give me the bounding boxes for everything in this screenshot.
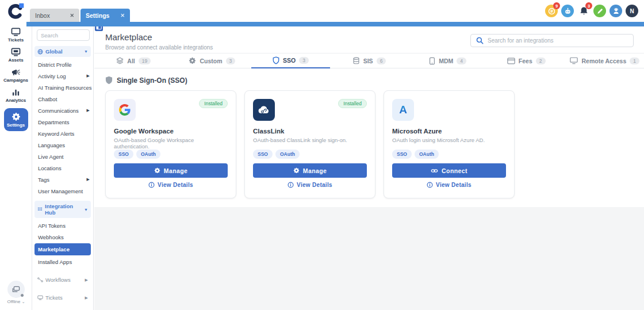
- coins-icon[interactable]: 9: [545, 5, 558, 17]
- sidebar-item-communications[interactable]: Communications▶: [32, 105, 93, 116]
- manage-button[interactable]: Manage: [253, 163, 367, 178]
- chevron-right-icon: ▶: [87, 177, 90, 182]
- section-label: Workflows: [45, 277, 83, 283]
- shield-icon: [273, 56, 279, 64]
- classlink-logo-icon: [253, 99, 275, 121]
- sidebar-search-input[interactable]: [37, 29, 90, 41]
- rail-item-tickets[interactable]: Tickets: [1, 28, 31, 43]
- info-icon: [288, 182, 294, 188]
- google-logo-icon: [114, 99, 136, 121]
- sidebar-item-locations[interactable]: Locations: [32, 162, 93, 174]
- sso-section-title: Single Sign-On (SSO): [105, 76, 187, 85]
- gear-icon: [189, 57, 196, 64]
- integration-search[interactable]: [470, 34, 634, 47]
- link-icon: [431, 168, 438, 174]
- tab-count: 1: [630, 58, 639, 64]
- sidebar-item-keyword-alerts[interactable]: Keyword Alerts: [32, 128, 93, 139]
- window-tabs: Inbox ✕ Settings ✕: [30, 9, 130, 22]
- bar-chart-icon: [12, 88, 20, 97]
- sidebar-item-district-profile[interactable]: District Profile: [32, 59, 93, 70]
- shield-icon: [105, 76, 113, 85]
- rail-item-campaigns[interactable]: Campaigns: [1, 68, 31, 83]
- view-details-link[interactable]: View Details: [245, 182, 375, 188]
- card-title: ClassLink: [253, 128, 367, 135]
- rail-item-analytics[interactable]: Analytics: [1, 88, 31, 103]
- chat-bubble-icon: [7, 281, 25, 298]
- section-label: Tickets: [45, 294, 83, 301]
- card-tags: SSO OAuth: [114, 150, 160, 159]
- integration-search-input[interactable]: [488, 37, 628, 44]
- card-description: OAuth-based ClassLink single sign-on.: [253, 137, 367, 143]
- installed-badge: Installed: [199, 99, 228, 108]
- sidebar-item-ai-training-resources[interactable]: AI Training Resources: [32, 82, 93, 93]
- rail-label: Campaigns: [3, 78, 28, 83]
- section-label: Integration Hub: [45, 203, 82, 216]
- avatar-initial: N: [630, 8, 634, 14]
- card-title: Google Workspace: [114, 128, 228, 135]
- rail-item-assets[interactable]: Assets: [1, 48, 31, 63]
- tab-settings-label: Settings: [86, 12, 109, 19]
- rail-label: Analytics: [6, 98, 26, 103]
- sidebar-item-marketplace[interactable]: Marketplace: [34, 243, 91, 255]
- monitor-icon: [11, 28, 21, 36]
- tab-mdm[interactable]: MDM4: [408, 53, 487, 68]
- close-icon[interactable]: ✕: [70, 13, 74, 18]
- tab-inbox[interactable]: Inbox ✕: [30, 9, 79, 22]
- close-icon[interactable]: ✕: [120, 13, 125, 18]
- tab-fees[interactable]: Fees2: [487, 53, 566, 68]
- section-integration-hub[interactable]: Integration Hub ▼: [34, 201, 91, 218]
- topbar-icon-group: 9 3 N: [545, 5, 638, 17]
- notifications-bell-icon[interactable]: 3: [577, 5, 590, 17]
- monitor-icon: [570, 57, 578, 64]
- rail-item-settings[interactable]: Settings: [4, 108, 28, 131]
- section-tickets[interactable]: Tickets ▶: [34, 292, 91, 303]
- grid-icon: [37, 207, 43, 212]
- tab-count: 6: [377, 58, 386, 64]
- sidebar-item-languages[interactable]: Languages: [32, 139, 93, 151]
- sidebar-item-departments[interactable]: Departments: [32, 116, 93, 128]
- section-workflows[interactable]: Workflows ▶: [34, 274, 91, 285]
- connect-button[interactable]: Connect: [392, 163, 506, 178]
- tab-sso[interactable]: SSO3: [251, 53, 330, 68]
- chevron-down-icon: ▼: [84, 208, 88, 212]
- tab-sis[interactable]: SIS6: [330, 53, 409, 68]
- compose-pencil-icon[interactable]: [593, 5, 606, 17]
- globe-icon: [37, 49, 43, 55]
- chevron-down-icon: ⌄: [22, 300, 25, 304]
- sidebar-item-live-agent[interactable]: Live Agent: [32, 151, 93, 162]
- chevron-down-icon: ▼: [84, 49, 88, 53]
- card-tags: SSO OAuth: [392, 150, 439, 159]
- sidebar-item-chatbot[interactable]: Chatbot: [32, 93, 93, 105]
- view-details-link[interactable]: View Details: [384, 182, 514, 188]
- rail-label: Assets: [8, 58, 23, 63]
- sidebar-item-api-tokens[interactable]: API Tokens: [32, 220, 93, 231]
- sidebar-item-tags[interactable]: Tags▶: [32, 174, 93, 185]
- tab-inbox-label: Inbox: [35, 12, 50, 19]
- sidebar-item-user-management[interactable]: User Management: [32, 185, 93, 197]
- sidebar-item-webhooks[interactable]: Webhooks: [32, 231, 93, 243]
- category-tabs: All19 Custom3 SSO3 SIS6 MDM4 Fees2 Remot…: [94, 53, 644, 68]
- chatbot-icon[interactable]: [561, 5, 574, 17]
- manage-button[interactable]: Manage: [114, 163, 228, 178]
- chevron-right-icon: ▶: [85, 278, 88, 282]
- offline-status[interactable]: Offline ⌄: [0, 281, 32, 304]
- info-icon: [148, 182, 155, 188]
- card-tags: SSO OAuth: [253, 150, 300, 159]
- user-avatar[interactable]: N: [626, 5, 638, 17]
- tab-settings[interactable]: Settings ✕: [80, 9, 130, 22]
- tab-all[interactable]: All19: [94, 53, 173, 68]
- layers-icon: [116, 57, 124, 64]
- info-icon: [427, 182, 433, 188]
- section-global[interactable]: Global ▼: [34, 46, 91, 57]
- support-agent-icon[interactable]: [610, 5, 622, 17]
- integration-cards: Installed Google Workspace OAuth-based G…: [105, 90, 515, 198]
- tab-count: 3: [299, 57, 309, 64]
- sidebar-item-installed-apps[interactable]: Installed Apps: [32, 256, 93, 267]
- search-icon: [476, 37, 484, 44]
- tag-sso: SSO: [392, 150, 412, 159]
- azure-logo-icon: A: [392, 99, 414, 121]
- view-details-link[interactable]: View Details: [106, 182, 236, 188]
- tab-remote-access[interactable]: Remote Access1: [565, 53, 644, 68]
- tab-custom[interactable]: Custom3: [173, 53, 252, 68]
- sidebar-item-activity-log[interactable]: Activity Log▶: [32, 70, 93, 82]
